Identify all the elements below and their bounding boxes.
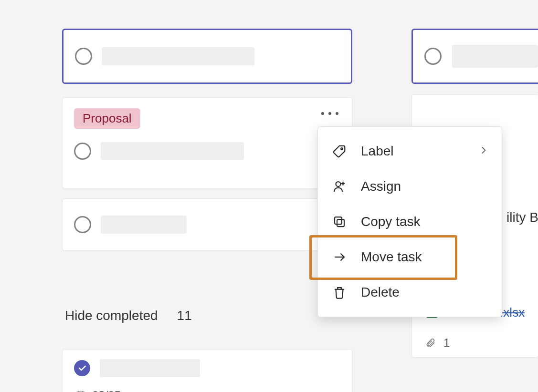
task-label-tag[interactable]: Proposal	[74, 108, 140, 129]
menu-item-move[interactable]: Move task	[318, 239, 502, 275]
arrow-right-icon	[331, 249, 348, 265]
menu-item-text: Delete	[361, 285, 400, 300]
complete-toggle-circle[interactable]	[75, 48, 92, 65]
task-context-menu: Label Assign Copy task Move task Delete	[317, 126, 502, 317]
hide-completed-count: 11	[177, 308, 192, 323]
menu-item-assign[interactable]: Assign	[318, 169, 502, 204]
hide-completed-label: Hide completed	[65, 308, 158, 323]
calendar-icon	[75, 390, 86, 392]
completed-check-icon[interactable]	[74, 360, 90, 376]
task-due-date: 03/05	[92, 389, 121, 392]
task-card[interactable]	[62, 198, 352, 251]
task-title-redacted	[452, 45, 538, 68]
complete-toggle-circle[interactable]	[424, 48, 442, 65]
attachment-count: 1	[443, 336, 450, 350]
menu-item-delete[interactable]: Delete	[318, 275, 502, 310]
menu-item-text: Label	[361, 144, 394, 159]
svg-rect-5	[335, 217, 342, 224]
task-title-redacted	[101, 216, 187, 234]
menu-item-label[interactable]: Label	[318, 134, 502, 169]
menu-item-text: Assign	[361, 179, 401, 194]
task-title-redacted	[101, 142, 244, 160]
more-options-button[interactable]	[321, 112, 338, 115]
complete-toggle-circle[interactable]	[74, 143, 91, 160]
chevron-right-icon	[479, 144, 488, 159]
complete-toggle-circle[interactable]	[74, 216, 91, 233]
task-title-redacted	[102, 47, 254, 65]
task-title-redacted	[100, 359, 200, 377]
copy-icon	[331, 214, 348, 230]
attachment-icon	[425, 337, 436, 349]
hide-completed-toggle[interactable]: Hide completed 11	[62, 308, 352, 323]
task-card-selected[interactable]	[62, 29, 352, 84]
trash-icon	[331, 284, 348, 300]
svg-point-3	[336, 182, 341, 186]
svg-rect-4	[337, 219, 344, 227]
task-card-selected[interactable]	[411, 29, 538, 84]
task-card-proposal[interactable]: Proposal	[62, 97, 352, 189]
task-text-fragment: ility B	[506, 210, 538, 225]
task-card-completed[interactable]: 03/05	[62, 349, 352, 392]
menu-item-copy[interactable]: Copy task	[318, 204, 502, 239]
svg-point-2	[341, 148, 343, 150]
assign-icon	[331, 178, 348, 195]
menu-item-text: Copy task	[361, 214, 421, 229]
menu-item-text: Move task	[361, 249, 422, 265]
label-icon	[331, 143, 348, 159]
